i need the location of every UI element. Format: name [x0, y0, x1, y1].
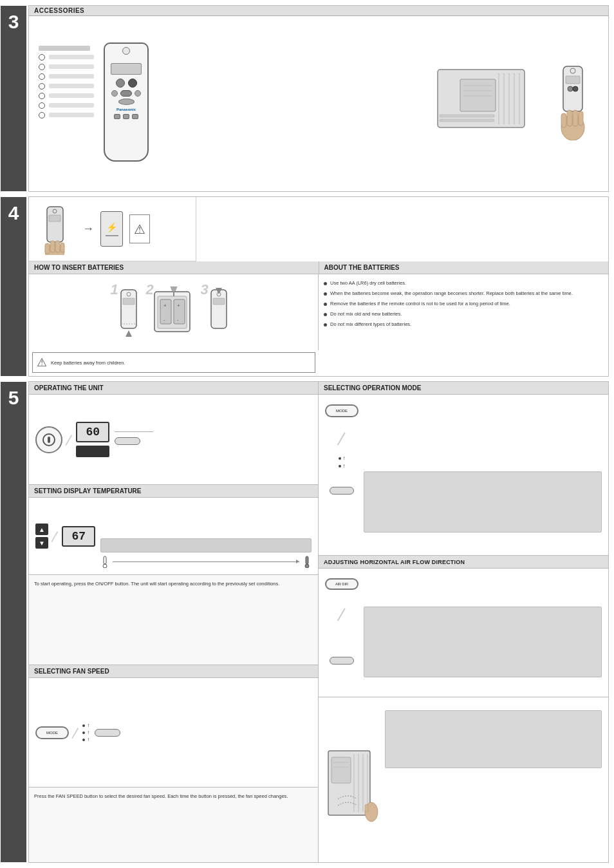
airflow-header: ADJUSTING HORIZONTAL AIR FLOW DIRECTION — [319, 556, 608, 569]
about-batteries-content: Use two AA (LR6) dry cell batteries. Whe… — [319, 274, 608, 376]
svg-rect-18 — [561, 113, 566, 127]
svg-rect-24 — [49, 215, 60, 222]
remote-control-illustration: Panasonic — [104, 42, 149, 162]
svg-rect-46 — [104, 556, 106, 564]
dot-icon — [82, 731, 85, 734]
sec4-split-headers: HOW TO INSERT BATTERIES ABOUT THE BATTER… — [29, 261, 608, 274]
temp-buttons: ▲ ▼ — [35, 524, 48, 549]
on-off-dial — [35, 426, 62, 453]
svg-rect-11 — [440, 119, 494, 122]
section-5: 5 OPERATING THE UNIT | 60 — [28, 381, 609, 863]
dot-icon — [82, 739, 85, 741]
mode-oval-btn — [330, 487, 354, 495]
svg-rect-45 — [213, 298, 225, 305]
mode-indicator-block — [76, 446, 109, 457]
mode-button: MODE — [35, 726, 69, 739]
section-4-number: 4 — [1, 197, 26, 376]
small-button-oval — [115, 437, 140, 445]
svg-text:-: - — [177, 317, 179, 323]
operating-display: 60 — [76, 422, 109, 442]
fan-arrows: ↑ ↑ ↑ — [82, 722, 89, 742]
setting-display-header: SETTING DISPLAY TEMPERATURE — [29, 485, 318, 498]
mode-arrows: ↑ ↑ — [339, 455, 346, 469]
svg-rect-30 — [121, 290, 136, 328]
setting-diagram: ▲ ▼ | 67 — [29, 498, 318, 575]
fan-small-button — [95, 729, 120, 737]
ac-unit-area — [434, 63, 599, 140]
battery-step-1: 1 — [116, 287, 142, 338]
svg-point-47 — [103, 564, 107, 568]
svg-rect-59 — [365, 804, 368, 812]
svg-rect-32 — [123, 298, 135, 305]
mode-btn: MODE — [325, 404, 358, 417]
temp-info-box — [100, 538, 312, 552]
warning-triangle-bottom-icon: ⚠ — [37, 355, 47, 370]
sec5-right: SELECTING OPERATION MODE MODE | ↑ ↑ — [319, 382, 608, 862]
svg-rect-28 — [55, 241, 60, 252]
operation-mode-diagram: MODE | ↑ ↑ — [319, 395, 608, 556]
svg-rect-48 — [306, 556, 308, 564]
fan-info-text: Press the FAN SPEED button to select the… — [29, 788, 318, 862]
section-3: 3 ACCESSORIES — [28, 5, 609, 192]
bullet-icon — [324, 303, 327, 306]
svg-text:+: + — [163, 303, 167, 308]
bottom-warning-box: ⚠ Keep batteries away from children. — [32, 352, 315, 373]
battery-step-3: 3 — [206, 287, 232, 338]
svg-rect-43 — [211, 290, 227, 328]
hand-pointing-svg — [34, 203, 76, 255]
svg-rect-26 — [45, 243, 50, 254]
fan-speed-header: SELECTING FAN SPEED — [29, 665, 318, 678]
svg-rect-29 — [60, 243, 64, 252]
battery-steps-area: 1 2 — [29, 274, 319, 350]
svg-point-15 — [568, 86, 573, 91]
temp-display: 67 — [62, 526, 95, 547]
ac-louver-svg — [325, 735, 380, 825]
section-3-number: 3 — [1, 6, 26, 191]
thermometer-hot-icon — [302, 555, 312, 568]
battery-steps-row: 1 2 — [116, 287, 232, 338]
svg-rect-20 — [573, 110, 578, 126]
section-5-number: 5 — [1, 382, 26, 862]
hand-remote-svg — [547, 63, 599, 140]
svg-rect-6 — [460, 79, 496, 111]
bullet-icon — [324, 282, 327, 285]
warning-box-4: ⚠ — [129, 214, 150, 243]
airflow-description-box — [364, 607, 602, 677]
selecting-operation-header: SELECTING OPERATION MODE — [319, 382, 608, 395]
svg-rect-27 — [50, 241, 55, 252]
airflow-diagram-1: AIR DIR | — [319, 569, 608, 697]
bullet-icon — [324, 292, 327, 296]
svg-rect-55 — [331, 757, 351, 783]
bullet-icon — [324, 323, 327, 326]
svg-rect-10 — [440, 115, 494, 117]
how-to-insert-header: HOW TO INSERT BATTERIES — [29, 261, 319, 274]
airflow-oval-btn — [330, 657, 354, 665]
sec4-top-warning-area: → ⚡ ⚠ — [29, 197, 196, 261]
battery-step-2: 2 + - + - — [151, 287, 196, 338]
about-batteries-header: ABOUT THE BATTERIES — [319, 261, 609, 274]
svg-point-16 — [573, 86, 578, 91]
operating-unit-header: OPERATING THE UNIT — [29, 382, 318, 395]
airflow-bottom-desc-box — [385, 710, 602, 768]
dot-icon — [82, 724, 85, 727]
sec5-left: OPERATING THE UNIT | 60 — [29, 382, 319, 862]
svg-text:-: - — [163, 317, 165, 323]
svg-rect-14 — [566, 76, 580, 84]
accessories-list-area: Panasonic — [39, 42, 149, 162]
svg-rect-22 — [47, 207, 63, 242]
warning-triangle-icon: ⚠ — [134, 222, 145, 237]
air-dir-btn: AIR DIR — [325, 578, 358, 590]
ac-unit-svg — [434, 63, 537, 140]
operating-diagram: | 60 — [29, 395, 318, 485]
thermometer-cold-icon — [100, 555, 109, 568]
fan-speed-diagram: MODE | ↑ ↑ ↑ — [29, 678, 318, 788]
mode-description-box — [364, 471, 602, 533]
svg-rect-19 — [567, 110, 572, 126]
accessories-list — [39, 42, 94, 118]
svg-point-49 — [305, 564, 309, 568]
operating-info-text: To start operating, press the ON/OFF but… — [29, 575, 318, 665]
airflow-bottom-area — [319, 697, 608, 862]
svg-rect-21 — [579, 111, 583, 126]
svg-text:+: + — [177, 303, 180, 308]
sec3-header: ACCESSORIES — [29, 6, 608, 16]
